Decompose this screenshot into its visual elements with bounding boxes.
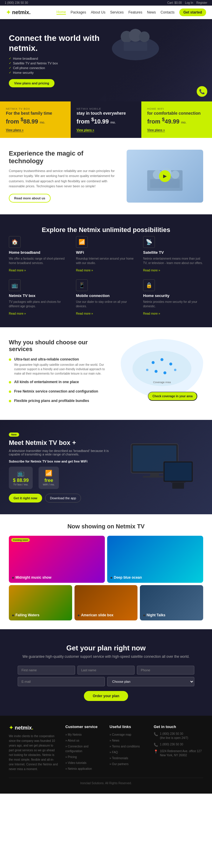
top-bar: 1 (800) 236 50 30 Cart: $0.00 Log In Reg… — [0, 0, 212, 6]
svg-point-13 — [169, 363, 172, 366]
svg-point-17 — [174, 369, 176, 371]
show-card-night-bg: ● Night Talks — [140, 585, 203, 620]
footer-link[interactable]: » FAQ — [109, 751, 118, 754]
card-label: Netmix TV box — [6, 107, 65, 110]
show-play-icon: ● — [77, 613, 80, 618]
footer-link[interactable]: » Pricing — [65, 755, 77, 758]
phone-input[interactable] — [137, 666, 194, 675]
phone-float-button[interactable]: 📞 — [197, 86, 207, 97]
tvbox-offers: 📺 $ 88.99 TV box / mo. 📶 free WiFi / mo. — [9, 467, 115, 489]
nav-news[interactable]: News — [147, 10, 156, 14]
footer-link[interactable]: » My Netmix — [65, 733, 82, 736]
poss-link[interactable]: Read more » — [9, 312, 26, 315]
get-started-button[interactable]: Get started — [179, 8, 206, 16]
footer-phone2-text: 1 (800) 236 50 30 — [160, 742, 183, 747]
tv-shows-bottom-row: ● Falling Waters ● American slide box ● … — [9, 585, 203, 620]
card-link[interactable]: View plans » — [6, 128, 24, 132]
tech-content: Experience the magic of technology Compa… — [9, 150, 118, 203]
poss-text: We offer a fantastic range of short-plan… — [9, 256, 69, 265]
svg-point-14 — [155, 370, 158, 373]
footer-link[interactable]: » Terms and conditions — [109, 745, 140, 748]
poss-link[interactable]: Read more » — [76, 269, 93, 272]
show-card-deepblue-bg: ● Deep blue ocean — [107, 536, 203, 583]
footer-link[interactable]: » Video tutorials — [65, 761, 86, 765]
show-card-american[interactable]: ● American slide box — [75, 585, 138, 620]
tv-shows-title: Now showing on Netmix TV — [9, 523, 203, 530]
tvbox-offer-tvbox: 📺 $ 88.99 TV box / mo. — [9, 467, 33, 489]
wifi-icon: 📶 — [76, 236, 88, 248]
tvbox-content: New Meet Netmix TV box + A television tr… — [9, 432, 115, 502]
nav-about[interactable]: About Us — [91, 10, 105, 14]
nav-home[interactable]: Home — [56, 10, 66, 15]
tech-about-button[interactable]: Read more about us — [9, 194, 51, 203]
tech-title: Experience the magic of technology — [9, 150, 118, 165]
tvbox-download-button[interactable]: Download the app — [45, 494, 81, 502]
show-card-midnight[interactable]: Coming soon ● Midnight music show — [9, 536, 105, 583]
show-title: Falling Waters — [15, 613, 39, 617]
footer-address: 📍 1024 Retirement Ave. office 127 New Yo… — [154, 749, 203, 757]
poss-link[interactable]: Read more » — [9, 269, 26, 272]
poss-link[interactable]: Read more » — [143, 312, 160, 315]
card-link[interactable]: View plans » — [77, 128, 94, 132]
feature-item: Satellite TV and Netmix TV box — [9, 61, 116, 65]
tvbox-offer-wifi: 📶 free WiFi / mo. — [38, 467, 59, 489]
why-item: All kinds of entertainment in one place — [9, 380, 112, 385]
hero-cta-button[interactable]: View plans and pricing — [9, 79, 54, 87]
location-icon: 📍 — [154, 749, 158, 754]
last-name-input[interactable] — [77, 666, 135, 675]
svg-point-12 — [160, 358, 163, 361]
footer: ✦ netmix. We invite clients to the coope… — [0, 716, 212, 794]
footer-link[interactable]: » About us — [65, 739, 79, 742]
poss-link[interactable]: Read more » — [76, 312, 93, 315]
footer-link[interactable]: » Netmix application — [65, 767, 92, 770]
tvbox-badge: New — [9, 433, 19, 437]
phone-icon: 📞 — [154, 732, 158, 736]
show-card-deepblue[interactable]: ● Deep blue ocean — [107, 536, 203, 583]
poss-title: WiFi — [76, 250, 136, 255]
why-dot-icon — [9, 359, 11, 361]
feature-item: Home security — [9, 71, 116, 74]
poss-item-wifi: 📶 WiFi Roundup Internet service around y… — [76, 236, 136, 272]
cta-form-row1 — [18, 666, 194, 675]
nav-features[interactable]: Features — [128, 10, 142, 14]
poss-link[interactable]: Read more » — [143, 269, 160, 272]
card-title: stay in touch everywhere — [77, 111, 135, 116]
first-name-input[interactable] — [18, 666, 75, 675]
register-link[interactable]: Register — [196, 1, 207, 4]
login-link[interactable]: Log In — [185, 1, 193, 4]
footer-logo: ✦ netmix. — [9, 724, 58, 731]
footer-link[interactable]: » Our partners — [109, 763, 128, 766]
tvbox-get-now-button[interactable]: Get it right now — [9, 494, 42, 502]
show-play-icon: ● — [110, 575, 112, 580]
svg-rect-26 — [172, 483, 184, 489]
footer-link[interactable]: » Coverage map — [109, 733, 131, 736]
cart-link[interactable]: Cart: $0.00 — [167, 1, 182, 4]
nav-services[interactable]: Services — [110, 10, 124, 14]
footer-link[interactable]: » News — [109, 739, 119, 742]
poss-item-satellite: 📡 Satellite TV Netmix entertainment mean… — [143, 236, 203, 272]
plan-select[interactable]: Choose plan Basic Standard Premium — [107, 677, 194, 686]
play-button[interactable]: ▶ — [159, 170, 171, 182]
footer-link[interactable]: » Connection and configuration — [65, 745, 88, 753]
show-card-night[interactable]: ● Night Talks — [140, 585, 203, 620]
coverage-check-button[interactable]: Check coverage in your area — [148, 392, 197, 401]
order-plan-button[interactable]: Order your plan — [84, 691, 128, 701]
feature-item: Home broadband — [9, 57, 116, 60]
tvbox-buttons: Get it right now Download the app — [9, 494, 115, 502]
footer-contact-title: Get in touch — [154, 724, 203, 729]
card-label: Home WiFi — [147, 107, 206, 110]
footer-link[interactable]: » Testimonials — [109, 756, 128, 760]
nav-contacts[interactable]: Contacts — [160, 10, 174, 14]
why-item-title: Free Netmix service connection and confi… — [14, 389, 98, 394]
poss-item-broadband: 🏠 Home broadband We offer a fantastic ra… — [9, 236, 69, 272]
show-card-falling[interactable]: ● Falling Waters — [9, 585, 72, 620]
nav-packages[interactable]: Packages — [71, 10, 86, 14]
card-link[interactable]: View plans » — [147, 128, 165, 132]
email-input[interactable] — [18, 677, 105, 686]
nav-links: Home Packages About Us Services Features… — [56, 8, 206, 16]
hero-family-image — [106, 19, 212, 61]
map-shape: Coverage Area — [121, 339, 203, 398]
mobile-icon: 📱 — [76, 279, 88, 291]
navbar: ✦ netmix. Home Packages About Us Service… — [0, 6, 212, 19]
tech-section: Experience the magic of technology Compa… — [0, 138, 212, 214]
